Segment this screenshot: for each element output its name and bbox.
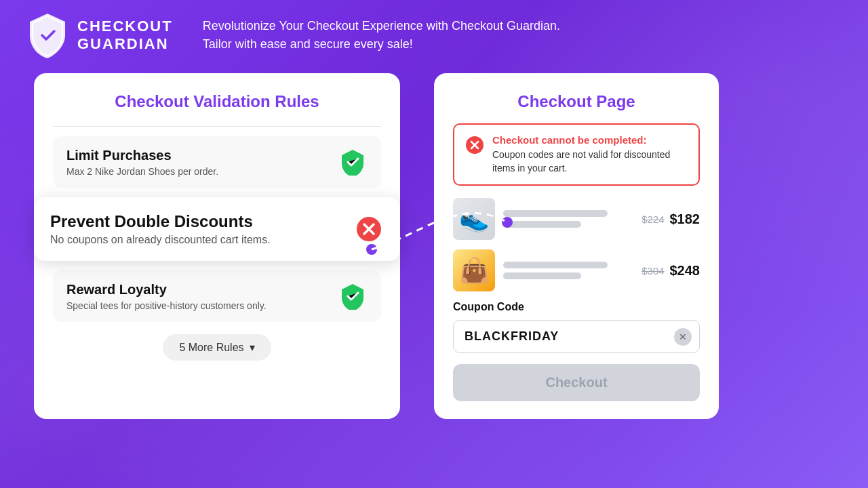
validation-rules-title: Checkout Validation Rules — [53, 92, 381, 111]
rule-prevent-double-discounts-name: Prevent Double Discounts — [50, 212, 271, 231]
shield-logo-icon — [27, 12, 68, 58]
divider — [53, 126, 381, 127]
rule-limit-purchases-badge — [338, 147, 368, 177]
error-shield-icon — [465, 136, 484, 155]
coupon-input-wrap: ✕ — [453, 320, 700, 353]
chevron-down-icon: ▾ — [250, 341, 255, 354]
rule-limit-purchases-name: Limit Purchases — [66, 148, 218, 163]
product-shoe-image — [453, 198, 495, 240]
checkout-page-title: Checkout Page — [453, 92, 700, 111]
header: CHECKOUT GUARDIAN Revolutionize Your Che… — [0, 0, 868, 66]
rule-prevent-double-discounts: Prevent Double Discounts No coupons on a… — [34, 197, 400, 261]
product-bag-original-price: $304 — [642, 265, 664, 277]
checkout-error-box: Checkout cannot be completed: Coupon cod… — [453, 123, 700, 186]
coupon-input[interactable] — [453, 320, 700, 353]
more-rules-label: 5 More Rules — [179, 342, 243, 354]
x-shield-red-icon — [355, 216, 382, 243]
rule-limit-purchases-desc: Max 2 Nike Jordan Shoes per order. — [66, 166, 218, 177]
product-bag-details — [503, 262, 633, 279]
rule-reward-loyalty: Reward Loyalty Special tees for positive… — [53, 270, 381, 322]
main-content: Checkout Validation Rules Limit Purchase… — [0, 73, 868, 419]
logo-area: CHECKOUT GUARDIAN — [27, 12, 173, 58]
rule-reward-loyalty-desc: Special tees for positive-history custom… — [66, 300, 267, 311]
product-bag-lines — [503, 262, 633, 279]
checkout-button[interactable]: Checkout — [453, 364, 700, 401]
coupon-clear-button[interactable]: ✕ — [674, 328, 692, 346]
check-shield-green-icon-2 — [339, 283, 366, 310]
product-lines — [503, 210, 633, 228]
product-bag-line-2 — [503, 272, 581, 279]
product-bag-line-1 — [503, 262, 608, 268]
header-tagline: Revolutionize Your Checkout Experience w… — [203, 17, 560, 54]
rule-reward-loyalty-name: Reward Loyalty — [66, 282, 267, 298]
rule-prevent-double-discounts-info: Prevent Double Discounts No coupons on a… — [50, 212, 271, 246]
product-shoe-price: $224 $182 — [642, 211, 700, 227]
coupon-label: Coupon Code — [453, 301, 700, 313]
more-rules-button[interactable]: 5 More Rules ▾ — [163, 334, 271, 361]
rule-reward-loyalty-badge — [338, 281, 368, 311]
rule-prevent-double-discounts-desc: No coupons on already discounted cart it… — [50, 234, 271, 246]
product-line-1 — [503, 210, 608, 217]
product-bag-price: $304 $248 — [642, 263, 700, 279]
product-line-2 — [503, 221, 581, 228]
product-shoe-details — [503, 210, 633, 228]
product-row-bag: $304 $248 — [453, 249, 700, 291]
check-shield-green-icon — [339, 148, 366, 176]
rule-prevent-double-discounts-badge — [354, 214, 384, 244]
checkout-error-text: Checkout cannot be completed: Coupon cod… — [492, 134, 688, 175]
product-shoe-original-price: $224 — [642, 214, 664, 225]
checkout-error-message: Coupon codes are not valid for discounte… — [492, 148, 688, 175]
logo-text: CHECKOUT GUARDIAN — [77, 18, 173, 54]
product-bag-image — [453, 249, 495, 291]
rule-limit-purchases-info: Limit Purchases Max 2 Nike Jordan Shoes … — [66, 148, 218, 177]
validation-rules-panel: Checkout Validation Rules Limit Purchase… — [34, 73, 400, 419]
rule-reward-loyalty-info: Reward Loyalty Special tees for positive… — [66, 282, 267, 311]
product-bag-current-price: $248 — [670, 263, 701, 279]
checkout-panel: Checkout Page Checkout cannot be complet… — [434, 73, 719, 419]
checkout-error-heading: Checkout cannot be completed: — [492, 134, 688, 146]
rule-limit-purchases: Limit Purchases Max 2 Nike Jordan Shoes … — [53, 136, 381, 188]
product-row-shoe: $224 $182 — [453, 198, 700, 240]
product-shoe-current-price: $182 — [670, 211, 701, 227]
